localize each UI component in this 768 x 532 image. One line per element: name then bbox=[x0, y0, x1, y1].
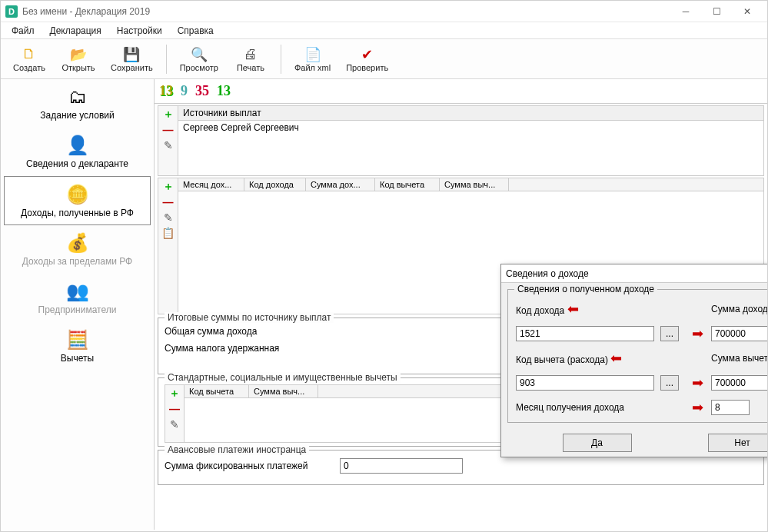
totals-legend: Итоговые суммы по источнику выплат bbox=[165, 312, 334, 323]
income-code-label: Код дохода ⬅ bbox=[516, 301, 654, 318]
edit-source-button[interactable]: ✎ bbox=[161, 138, 176, 152]
rate-tabs: 13 9 35 13 bbox=[155, 79, 767, 104]
nav-declarant[interactable]: 👤 Сведения о декларанте bbox=[1, 128, 154, 176]
floppy-icon: 💾 bbox=[122, 46, 141, 63]
tree-icon: 🗂 bbox=[65, 85, 90, 108]
advance-input[interactable] bbox=[340, 458, 463, 474]
edit-income-button[interactable]: ✎ bbox=[161, 211, 176, 224]
th-ded-sum[interactable]: Сумма выч... bbox=[249, 385, 318, 397]
print-button[interactable]: 🖨 Печать bbox=[227, 42, 274, 77]
arrow-left-icon: ⬅ bbox=[567, 301, 579, 317]
rate-tab-13b[interactable]: 13 bbox=[217, 83, 231, 99]
nav-deductions[interactable]: 🧮 Вычеты bbox=[1, 322, 154, 371]
th-month[interactable]: Месяц дох... bbox=[178, 178, 244, 191]
menu-help[interactable]: Справка bbox=[171, 24, 220, 38]
menu-file[interactable]: Файл bbox=[5, 24, 41, 38]
income-details-dialog: Сведения о доходе ✕ Сведения о полученно… bbox=[500, 264, 767, 457]
rate-tab-9[interactable]: 9 bbox=[181, 83, 188, 99]
maximize-button[interactable]: ☐ bbox=[701, 2, 732, 21]
deduction-code-input[interactable] bbox=[516, 375, 654, 391]
nav-income-abroad-label: Доходы за пределами РФ bbox=[22, 256, 132, 267]
income-sum-input[interactable] bbox=[711, 326, 767, 341]
xml-file-icon: 📄 bbox=[304, 46, 322, 63]
tax-withheld-label: Сумма налога удержанная bbox=[165, 343, 279, 354]
toolbar-separator bbox=[281, 45, 281, 74]
nav-declarant-label: Сведения о декларанте bbox=[26, 158, 128, 169]
preview-label: Просмотр bbox=[180, 63, 218, 72]
open-label: Открыть bbox=[62, 63, 95, 72]
briefcase-icon: 👥 bbox=[65, 280, 90, 303]
checkmark-icon: ✔ bbox=[358, 46, 377, 63]
printer-icon: 🖨 bbox=[241, 46, 260, 63]
nav-income-rf-label: Доходы, полученные в РФ bbox=[21, 208, 134, 218]
remove-deduction-button[interactable]: — bbox=[167, 402, 182, 416]
deduction-sum-input[interactable] bbox=[711, 375, 767, 391]
magnifier-icon: 🔍 bbox=[190, 46, 208, 63]
th-ded-code[interactable]: Код вычета bbox=[185, 385, 249, 397]
th-income-code[interactable]: Код дохода bbox=[244, 178, 306, 191]
window-title: Без имени - Декларация 2019 bbox=[22, 6, 670, 17]
app-icon: D bbox=[5, 5, 18, 18]
sources-panel: ＋ — ✎ Источники выплат Сергеев Сергей Се… bbox=[158, 105, 764, 176]
preview-button[interactable]: 🔍 Просмотр bbox=[173, 42, 225, 77]
deductions-legend: Стандартные, социальные и имущественные … bbox=[165, 372, 401, 383]
nav-income-abroad[interactable]: 💰 Доходы за пределами РФ bbox=[1, 225, 154, 274]
create-label: Создать bbox=[13, 63, 45, 72]
menu-declaration[interactable]: Декларация bbox=[44, 24, 108, 38]
print-label: Печать bbox=[237, 63, 264, 72]
nav-conditions[interactable]: 🗂 Задание условий bbox=[1, 79, 154, 128]
nav-entrepreneurs[interactable]: 👥 Предприниматели bbox=[1, 274, 154, 322]
source-row[interactable]: Сергеев Сергей Сергеевич bbox=[178, 121, 763, 136]
dialog-ok-button[interactable]: Да bbox=[563, 434, 632, 452]
nav-deductions-label: Вычеты bbox=[61, 353, 94, 364]
save-button[interactable]: 💾 Сохранить bbox=[104, 42, 160, 77]
side-nav: 🗂 Задание условий 👤 Сведения о декларант… bbox=[1, 79, 155, 530]
copy-income-button[interactable]: 📋 bbox=[161, 226, 176, 240]
close-window-button[interactable]: ✕ bbox=[732, 2, 763, 21]
edit-deduction-button[interactable]: ✎ bbox=[167, 417, 182, 431]
nav-conditions-label: Задание условий bbox=[40, 110, 114, 121]
th-deduction-sum[interactable]: Сумма выч... bbox=[440, 178, 509, 191]
month-label: Месяц получения дохода bbox=[516, 402, 654, 413]
add-income-button[interactable]: ＋ bbox=[161, 180, 176, 194]
person-icon: 👤 bbox=[65, 134, 90, 157]
dialog-cancel-button[interactable]: Нет bbox=[708, 434, 768, 452]
dialog-group-legend: Сведения о полученном доходе bbox=[514, 284, 657, 294]
remove-income-button[interactable]: — bbox=[161, 195, 176, 209]
deduction-code-lookup-button[interactable]: ... bbox=[660, 375, 679, 391]
title-bar: D Без имени - Декларация 2019 ─ ☐ ✕ bbox=[1, 1, 767, 22]
advance-legend: Авансовые платежи иностранца bbox=[165, 444, 309, 455]
rate-tab-13[interactable]: 13 bbox=[159, 83, 173, 99]
xml-button[interactable]: 📄 Файл xml bbox=[288, 42, 337, 77]
th-income-sum[interactable]: Сумма дох... bbox=[306, 178, 375, 191]
add-deduction-button[interactable]: ＋ bbox=[167, 387, 182, 401]
dialog-title: Сведения о доходе bbox=[506, 268, 767, 279]
open-button[interactable]: 📂 Открыть bbox=[55, 42, 102, 77]
new-document-icon: 🗋 bbox=[20, 46, 38, 63]
add-source-button[interactable]: ＋ bbox=[161, 108, 176, 121]
month-input[interactable] bbox=[711, 400, 750, 415]
arrow-right-icon: ➡ bbox=[690, 399, 705, 416]
th-deduction-code[interactable]: Код вычета bbox=[375, 178, 440, 191]
menu-settings[interactable]: Настройки bbox=[111, 24, 168, 38]
nav-income-rf[interactable]: 🪙 Доходы, полученные в РФ bbox=[4, 176, 151, 225]
create-button[interactable]: 🗋 Создать bbox=[5, 42, 53, 77]
remove-source-button[interactable]: — bbox=[161, 123, 176, 137]
calculator-icon: 🧮 bbox=[65, 328, 90, 351]
coins-icon: 🪙 bbox=[65, 183, 90, 206]
folder-open-icon: 📂 bbox=[69, 46, 88, 63]
check-button[interactable]: ✔ Проверить bbox=[339, 42, 395, 77]
minimize-button[interactable]: ─ bbox=[670, 2, 701, 21]
xml-label: Файл xml bbox=[294, 63, 331, 72]
total-income-label: Общая сумма дохода bbox=[165, 326, 257, 337]
deduction-code-label: Код вычета (расхода) ⬅ bbox=[516, 350, 654, 367]
income-code-lookup-button[interactable]: ... bbox=[660, 326, 679, 341]
income-code-input[interactable] bbox=[516, 326, 654, 341]
bag-icon: 💰 bbox=[65, 231, 90, 254]
deduction-sum-label: Сумма вычета (расхода) bbox=[711, 353, 767, 364]
income-sum-label: Сумма дохода bbox=[711, 304, 767, 314]
arrow-left-icon: ⬅ bbox=[610, 351, 622, 366]
rate-tab-35[interactable]: 35 bbox=[195, 83, 209, 99]
nav-entrepreneurs-label: Предприниматели bbox=[38, 304, 117, 315]
arrow-right-icon: ➡ bbox=[690, 325, 705, 342]
